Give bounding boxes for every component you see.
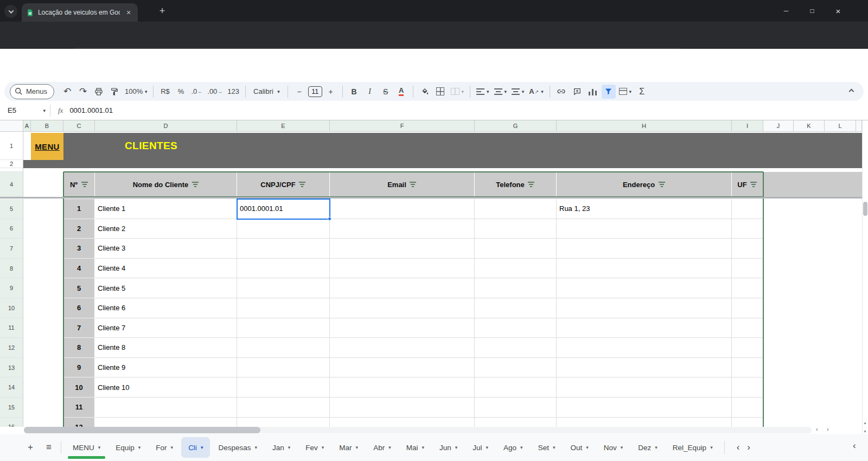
cell[interactable] bbox=[732, 418, 763, 427]
cell[interactable] bbox=[475, 219, 557, 239]
cell[interactable] bbox=[732, 318, 763, 338]
row-header-8[interactable]: 8 bbox=[0, 259, 23, 279]
table-header-telefone[interactable]: Telefone bbox=[475, 172, 557, 197]
vertical-scrollbar-thumb[interactable] bbox=[863, 202, 867, 216]
column-header-J[interactable]: J bbox=[763, 120, 794, 132]
side-panel-collapse-icon[interactable]: ‹ bbox=[853, 440, 856, 451]
table-header-n-[interactable]: Nº bbox=[63, 172, 95, 197]
cell[interactable] bbox=[95, 398, 237, 418]
menus-search-button[interactable]: Menus bbox=[10, 84, 54, 99]
column-header-K[interactable]: K bbox=[794, 120, 825, 132]
cell-number-11[interactable]: 11 bbox=[63, 398, 95, 418]
cell-number-1[interactable]: 1 bbox=[63, 199, 95, 219]
cell[interactable] bbox=[330, 377, 475, 398]
sheet-tab-caret-icon[interactable]: ▾ bbox=[710, 445, 713, 450]
filter-icon[interactable] bbox=[192, 181, 199, 188]
insert-chart-button[interactable] bbox=[586, 85, 600, 99]
row-header-3[interactable] bbox=[0, 168, 23, 172]
cell[interactable] bbox=[475, 239, 557, 259]
row-header-4[interactable]: 4 bbox=[0, 172, 23, 197]
table-header-cnpj-cpf[interactable]: CNPJ/CPF bbox=[237, 172, 330, 197]
window-minimize-button[interactable]: ─ bbox=[774, 3, 799, 18]
sheet-tab-menu[interactable]: MENU▾ bbox=[66, 437, 107, 458]
cell-number-12[interactable]: 12 bbox=[63, 418, 95, 427]
row-header-12[interactable]: 12 bbox=[0, 338, 23, 358]
insert-comment-button[interactable] bbox=[570, 85, 584, 99]
cell[interactable] bbox=[330, 338, 475, 358]
column-header-H[interactable]: H bbox=[557, 120, 732, 132]
row-header-13[interactable]: 13 bbox=[0, 358, 23, 378]
browser-tab[interactable]: Locação de veiculos em Google × bbox=[22, 3, 138, 22]
cell[interactable] bbox=[237, 377, 330, 398]
tab-close-icon[interactable]: × bbox=[124, 8, 133, 17]
row-header-2[interactable]: 2 bbox=[0, 160, 23, 168]
row-header-16[interactable]: 16 bbox=[0, 418, 23, 427]
cell[interactable] bbox=[330, 298, 475, 318]
cell[interactable]: Cliente 3 bbox=[95, 239, 237, 259]
horizontal-align-button[interactable]: ▾ bbox=[475, 85, 490, 99]
cell[interactable] bbox=[732, 398, 763, 418]
menu-cell-button[interactable]: MENU bbox=[31, 133, 63, 160]
column-header-I[interactable]: I bbox=[732, 120, 763, 132]
window-maximize-button[interactable]: □ bbox=[800, 3, 825, 18]
sheet-tab-nov[interactable]: Nov▾ bbox=[597, 437, 630, 458]
sheet-tab-for[interactable]: For▾ bbox=[149, 437, 180, 458]
cell[interactable]: Cliente 6 bbox=[95, 298, 237, 318]
sheet-tab-caret-icon[interactable]: ▾ bbox=[553, 445, 556, 450]
cell[interactable] bbox=[557, 418, 732, 427]
grid-corner[interactable] bbox=[0, 120, 23, 132]
sheet-tab-fev[interactable]: Fev▾ bbox=[298, 437, 331, 458]
cell-number-8[interactable]: 8 bbox=[63, 338, 95, 358]
table-header-uf[interactable]: UF bbox=[732, 172, 763, 197]
vertical-scrollbar[interactable] bbox=[862, 120, 868, 437]
cell[interactable] bbox=[557, 259, 732, 279]
merge-cells-button[interactable]: ▾ bbox=[449, 85, 465, 99]
sheet-tab-despesas[interactable]: Despesas▾ bbox=[211, 437, 264, 458]
cell[interactable] bbox=[732, 358, 763, 378]
sheet-tab-mai[interactable]: Mai▾ bbox=[399, 437, 431, 458]
sheet-tab-rel_equip[interactable]: Rel_Equip▾ bbox=[666, 437, 720, 458]
create-filter-button[interactable] bbox=[602, 85, 616, 99]
format-percent-button[interactable]: % bbox=[174, 85, 188, 99]
scroll-up-button[interactable]: ▴ bbox=[862, 419, 868, 426]
row-header-7[interactable]: 7 bbox=[0, 239, 23, 259]
bold-button[interactable]: B bbox=[347, 85, 361, 99]
cell[interactable] bbox=[475, 358, 557, 378]
cell-number-9[interactable]: 9 bbox=[63, 358, 95, 378]
cell[interactable] bbox=[475, 278, 557, 298]
filter-icon[interactable] bbox=[81, 181, 88, 188]
cell[interactable] bbox=[732, 199, 763, 219]
horizontal-scrollbar-thumb[interactable] bbox=[24, 427, 260, 433]
cell[interactable]: Rua 1, 23 bbox=[557, 199, 732, 219]
font-family-select[interactable]: Calibri ▾ bbox=[250, 85, 283, 99]
cell[interactable]: Cliente 9 bbox=[95, 358, 237, 378]
cell[interactable] bbox=[330, 278, 475, 298]
cell[interactable] bbox=[732, 259, 763, 279]
sheet-tab-caret-icon[interactable]: ▾ bbox=[288, 445, 291, 450]
cell-number-10[interactable]: 10 bbox=[63, 377, 95, 398]
cell[interactable] bbox=[557, 358, 732, 378]
cell[interactable] bbox=[237, 219, 330, 239]
name-box[interactable]: E5 ▾ bbox=[0, 106, 46, 114]
cell-number-3[interactable]: 3 bbox=[63, 239, 95, 259]
cell[interactable] bbox=[330, 259, 475, 279]
scroll-left-button[interactable]: ‹ bbox=[816, 426, 818, 432]
sheet-tab-abr[interactable]: Abr▾ bbox=[366, 437, 398, 458]
cell[interactable]: Cliente 5 bbox=[95, 278, 237, 298]
cell[interactable] bbox=[330, 199, 475, 219]
text-rotation-button[interactable]: A↗ ▾ bbox=[527, 85, 545, 99]
cell[interactable] bbox=[237, 358, 330, 378]
row-header-1[interactable]: 1 bbox=[0, 132, 23, 160]
cell[interactable] bbox=[237, 298, 330, 318]
table-header-endere-o[interactable]: Endereço bbox=[557, 172, 732, 197]
row-header-9[interactable]: 9 bbox=[0, 278, 23, 298]
column-header-partial[interactable] bbox=[856, 120, 862, 132]
cell[interactable] bbox=[557, 278, 732, 298]
row-header-6[interactable]: 6 bbox=[0, 219, 23, 239]
strikethrough-button[interactable]: S bbox=[379, 85, 393, 99]
sheet-tab-caret-icon[interactable]: ▾ bbox=[356, 445, 359, 450]
redo-button[interactable]: ↷ bbox=[76, 85, 90, 99]
column-header-L[interactable]: L bbox=[825, 120, 856, 132]
italic-button[interactable]: I bbox=[363, 85, 377, 99]
text-wrap-button[interactable]: ▾ bbox=[510, 85, 526, 99]
